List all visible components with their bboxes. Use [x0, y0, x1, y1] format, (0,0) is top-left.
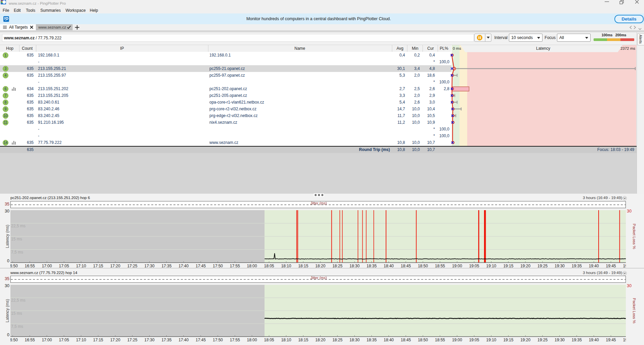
svg-text:8: 8	[5, 100, 7, 104]
svg-text:6: 6	[5, 87, 7, 91]
svg-text:14: 14	[4, 141, 8, 145]
svg-text:7: 7	[5, 93, 7, 98]
svg-text:4: 4	[5, 73, 7, 77]
svg-text:1: 1	[5, 53, 7, 57]
svg-text:11: 11	[4, 120, 7, 124]
svg-text:9: 9	[5, 107, 7, 111]
svg-text:10: 10	[4, 114, 8, 118]
svg-text:3: 3	[5, 67, 7, 71]
